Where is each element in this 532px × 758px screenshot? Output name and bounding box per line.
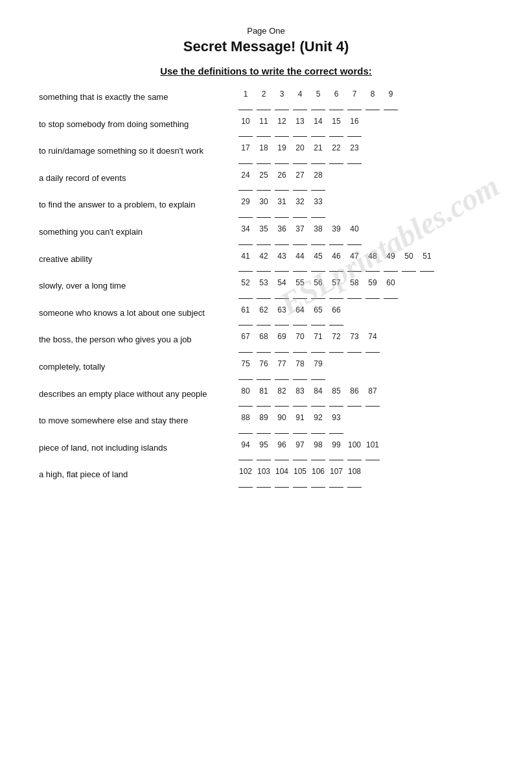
blank-line[interactable] (293, 264, 307, 272)
blank-line[interactable] (420, 264, 434, 272)
blank-line[interactable] (238, 183, 253, 191)
blank-line[interactable] (275, 264, 289, 272)
blank-line[interactable] (257, 264, 271, 272)
blank-line[interactable] (275, 399, 289, 407)
blank-line[interactable] (293, 318, 307, 326)
blank-line[interactable] (275, 480, 289, 488)
blank-line[interactable] (311, 291, 325, 299)
blank-line[interactable] (293, 156, 307, 164)
blank-line[interactable] (311, 183, 325, 191)
blank-line[interactable] (311, 237, 325, 245)
blank-line[interactable] (257, 426, 271, 434)
blank-line[interactable] (347, 102, 362, 110)
blank-line[interactable] (257, 291, 271, 299)
blank-line[interactable] (329, 399, 343, 407)
blank-line[interactable] (402, 264, 416, 272)
blank-line[interactable] (257, 480, 271, 488)
blank-line[interactable] (293, 345, 307, 353)
blank-line[interactable] (238, 291, 253, 299)
blank-line[interactable] (365, 399, 380, 407)
blank-line[interactable] (238, 102, 253, 110)
blank-line[interactable] (384, 291, 398, 299)
blank-line[interactable] (275, 210, 289, 218)
blank-line[interactable] (238, 129, 253, 137)
blank-line[interactable] (257, 372, 271, 380)
blank-line[interactable] (311, 210, 325, 218)
blank-line[interactable] (293, 183, 307, 191)
blank-line[interactable] (275, 129, 289, 137)
blank-line[interactable] (311, 480, 325, 488)
blank-line[interactable] (238, 210, 253, 218)
blank-line[interactable] (293, 426, 307, 434)
blank-line[interactable] (257, 345, 271, 353)
blank-line[interactable] (347, 480, 362, 488)
blank-line[interactable] (329, 318, 343, 326)
blank-line[interactable] (347, 129, 362, 137)
blank-line[interactable] (329, 345, 343, 353)
blank-line[interactable] (365, 453, 380, 460)
blank-line[interactable] (293, 102, 307, 110)
blank-line[interactable] (329, 453, 343, 460)
blank-line[interactable] (311, 264, 325, 272)
blank-line[interactable] (238, 156, 253, 164)
blank-line[interactable] (238, 399, 253, 407)
blank-line[interactable] (311, 453, 325, 460)
blank-line[interactable] (257, 399, 271, 407)
blank-line[interactable] (365, 102, 380, 110)
blank-line[interactable] (311, 129, 325, 137)
blank-line[interactable] (329, 264, 343, 272)
blank-line[interactable] (329, 237, 343, 245)
blank-line[interactable] (347, 291, 362, 299)
blank-line[interactable] (238, 426, 253, 434)
blank-line[interactable] (347, 399, 362, 407)
blank-line[interactable] (238, 237, 253, 245)
blank-line[interactable] (329, 480, 343, 488)
blank-line[interactable] (293, 210, 307, 218)
blank-line[interactable] (311, 318, 325, 326)
blank-line[interactable] (329, 102, 343, 110)
blank-line[interactable] (329, 426, 343, 434)
blank-line[interactable] (275, 291, 289, 299)
blank-line[interactable] (275, 102, 289, 110)
blank-line[interactable] (311, 372, 325, 380)
blank-line[interactable] (384, 102, 398, 110)
blank-line[interactable] (329, 291, 343, 299)
blank-line[interactable] (293, 480, 307, 488)
blank-line[interactable] (293, 237, 307, 245)
blank-line[interactable] (257, 183, 271, 191)
blank-line[interactable] (238, 345, 253, 353)
blank-line[interactable] (293, 399, 307, 407)
blank-line[interactable] (257, 237, 271, 245)
blank-line[interactable] (238, 453, 253, 460)
blank-line[interactable] (257, 129, 271, 137)
blank-line[interactable] (329, 129, 343, 137)
blank-line[interactable] (384, 264, 398, 272)
blank-line[interactable] (293, 291, 307, 299)
blank-line[interactable] (257, 210, 271, 218)
blank-line[interactable] (238, 318, 253, 326)
blank-line[interactable] (275, 318, 289, 326)
blank-line[interactable] (347, 345, 362, 353)
blank-line[interactable] (257, 156, 271, 164)
blank-line[interactable] (365, 264, 380, 272)
blank-line[interactable] (275, 426, 289, 434)
blank-line[interactable] (293, 129, 307, 137)
blank-line[interactable] (311, 345, 325, 353)
blank-line[interactable] (311, 156, 325, 164)
blank-line[interactable] (238, 264, 253, 272)
blank-line[interactable] (275, 372, 289, 380)
blank-line[interactable] (311, 426, 325, 434)
blank-line[interactable] (311, 102, 325, 110)
blank-line[interactable] (275, 156, 289, 164)
blank-line[interactable] (275, 183, 289, 191)
blank-line[interactable] (275, 453, 289, 460)
blank-line[interactable] (238, 480, 253, 488)
blank-line[interactable] (238, 372, 253, 380)
blank-line[interactable] (347, 237, 362, 245)
blank-line[interactable] (311, 399, 325, 407)
blank-line[interactable] (257, 318, 271, 326)
blank-line[interactable] (257, 102, 271, 110)
blank-line[interactable] (365, 345, 380, 353)
blank-line[interactable] (293, 453, 307, 460)
blank-line[interactable] (257, 453, 271, 460)
